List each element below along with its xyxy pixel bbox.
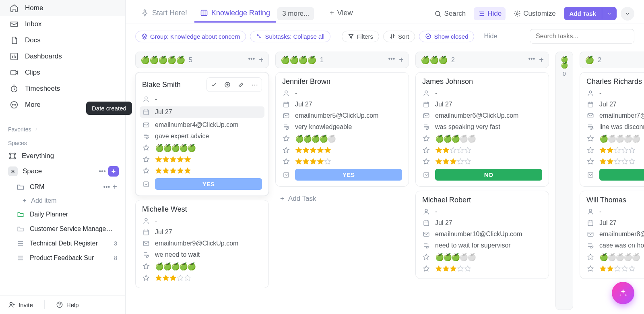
sidebar-list[interactable]: Product Feedback Sur8 bbox=[0, 251, 125, 265]
assignee-row[interactable]: - bbox=[422, 208, 542, 216]
plus-icon[interactable]: + bbox=[539, 55, 544, 64]
task-card[interactable]: Will Thomas - Jul 27 emailnumber8@Clic c… bbox=[580, 191, 644, 279]
task-card[interactable]: James Johnson - Jul 27 emailnumber6@Clic… bbox=[415, 72, 549, 187]
apple-rating-row[interactable]: 🍏🍏🍏🍏🍏 bbox=[142, 262, 262, 271]
help-button[interactable]: Help bbox=[56, 301, 79, 308]
note-row[interactable]: was speaking very fast bbox=[422, 123, 542, 131]
verdict-row[interactable]: YES bbox=[282, 169, 402, 181]
sidebar-list[interactable]: Technical Debt Register3 bbox=[0, 236, 125, 251]
email-row[interactable]: emailnumber5@ClickUp.com bbox=[282, 112, 402, 120]
favorites-section[interactable]: Favorites bbox=[0, 121, 125, 135]
email-row[interactable]: emailnumber6@ClickUp.com bbox=[422, 112, 542, 120]
search-button[interactable]: Search bbox=[430, 7, 470, 20]
note-row[interactable]: line was disconnecte bbox=[586, 123, 644, 131]
stars-row-2[interactable] bbox=[422, 158, 542, 166]
plus-icon[interactable]: + bbox=[399, 55, 404, 64]
date-row[interactable]: Jul 27 bbox=[586, 100, 644, 108]
email-row[interactable]: emailnumber8@Clic bbox=[586, 230, 644, 238]
assignee-row[interactable]: - bbox=[142, 217, 262, 225]
column-header[interactable]: 🍏🍏🍏 2 •••+ bbox=[415, 52, 549, 68]
group-pill[interactable]: Group: Knowledge about concern bbox=[135, 31, 246, 42]
verdict-row[interactable]: NO bbox=[422, 169, 542, 181]
search-tasks-input[interactable] bbox=[530, 29, 634, 44]
stars-row-1[interactable] bbox=[142, 156, 262, 164]
email-row[interactable]: emailnumber10@ClickUp.com bbox=[422, 230, 542, 238]
apple-rating-row[interactable]: 🍏🍏🍏🍏🍏 bbox=[422, 134, 542, 143]
add-task-column-button[interactable]: +Add Task bbox=[275, 191, 409, 207]
ai-assist-button[interactable] bbox=[612, 282, 634, 304]
stars-row-1[interactable] bbox=[586, 265, 644, 273]
column-header[interactable]: 🍏 2 •••+ bbox=[580, 52, 644, 68]
more-icon[interactable]: ••• bbox=[248, 55, 255, 64]
apple-rating-row[interactable]: 🍏🍏🍏🍏🍏 bbox=[586, 253, 644, 262]
edit-icon[interactable] bbox=[235, 79, 247, 91]
add-task-button[interactable]: Add Task bbox=[564, 7, 617, 20]
nav-clips[interactable]: Clips bbox=[0, 64, 125, 81]
add-space-button[interactable]: + bbox=[108, 166, 119, 177]
verdict-row[interactable]: YES bbox=[142, 178, 262, 190]
nav-docs[interactable]: Docs bbox=[0, 32, 125, 48]
nav-home[interactable]: Home bbox=[0, 0, 125, 16]
more-icon[interactable]: ••• bbox=[528, 55, 535, 64]
stars-row-1[interactable] bbox=[422, 265, 542, 273]
stars-row-2[interactable] bbox=[586, 158, 644, 166]
column-header[interactable]: 🍏🍏🍏🍏🍏 5 •••+ bbox=[135, 52, 269, 68]
space-everything[interactable]: Everything bbox=[0, 149, 125, 163]
more-icon[interactable]: ••• bbox=[99, 167, 106, 175]
column-collapsed[interactable]: 🍏🍏0 bbox=[555, 52, 573, 310]
date-row[interactable]: Jul 27 bbox=[586, 219, 644, 227]
note-row[interactable]: need to wait for supervisor bbox=[422, 241, 542, 250]
hide-button[interactable]: Hide bbox=[474, 7, 506, 20]
task-card[interactable]: Michelle West - Jul 27 emailnumber9@Clic… bbox=[135, 200, 269, 288]
nav-dashboards[interactable]: Dashboards bbox=[0, 48, 125, 64]
add-icon[interactable] bbox=[221, 79, 233, 91]
stars-row-2[interactable] bbox=[142, 167, 262, 175]
verdict-row[interactable]: NO bbox=[586, 169, 644, 181]
assignee-row[interactable]: - bbox=[586, 89, 644, 97]
note-row[interactable]: we need to wait bbox=[142, 251, 262, 259]
plus-icon[interactable]: + bbox=[259, 55, 264, 64]
nav-inbox[interactable]: Inbox bbox=[0, 16, 125, 32]
assignee-row[interactable]: - bbox=[282, 89, 402, 97]
note-row[interactable]: gave expert advice bbox=[142, 132, 262, 140]
more-icon[interactable]: ••• bbox=[388, 55, 395, 64]
invite-button[interactable]: Invite bbox=[8, 301, 33, 308]
tab-start-here[interactable]: Start Here! bbox=[135, 5, 193, 23]
tab-more[interactable]: 3 more... bbox=[277, 7, 314, 20]
apple-rating-row[interactable]: 🍏🍏🍏🍏🍏 bbox=[422, 253, 542, 262]
space-item[interactable]: S Space ••• + bbox=[0, 163, 125, 179]
folder-crm[interactable]: CRM ••• + bbox=[0, 179, 125, 194]
date-row[interactable]: Jul 27 bbox=[282, 100, 402, 108]
task-card[interactable]: Jennifer Brown - Jul 27 emailnumber5@Cli… bbox=[275, 72, 409, 187]
column-header[interactable]: 🍏🍏🍏🍏 1 •••+ bbox=[275, 52, 409, 68]
board[interactable]: 🍏🍏🍏🍏🍏 5 •••+ Blake Smith ⋯ - Jul 27 emai… bbox=[126, 48, 644, 314]
subtasks-pill[interactable]: Subtasks: Collapse all bbox=[250, 31, 330, 42]
hide-filters-button[interactable]: Hide bbox=[478, 31, 503, 42]
filters-pill[interactable]: Filters bbox=[342, 31, 379, 42]
date-row[interactable]: Jul 27 bbox=[422, 100, 542, 108]
date-row[interactable]: Jul 27 bbox=[142, 228, 262, 236]
apple-rating-row[interactable]: 🍏🍏🍏🍏🍏 bbox=[142, 143, 262, 152]
add-view-button[interactable]: +View bbox=[324, 5, 358, 23]
nav-timesheets[interactable]: Timesheets bbox=[0, 81, 125, 97]
show-closed-pill[interactable]: Show closed bbox=[419, 31, 474, 42]
sidebar-list[interactable]: Customer Service Manage… bbox=[0, 222, 125, 236]
stars-row-1[interactable] bbox=[422, 146, 542, 154]
assignee-row[interactable]: - bbox=[422, 89, 542, 97]
apple-rating-row[interactable]: 🍏🍏🍏🍏🍏 bbox=[586, 134, 644, 143]
stars-row-1[interactable] bbox=[282, 146, 402, 154]
plus-icon[interactable]: + bbox=[112, 182, 117, 191]
complete-icon[interactable] bbox=[208, 79, 220, 91]
add-item[interactable]: + Add item bbox=[0, 194, 125, 207]
more-icon[interactable]: ⋯ bbox=[249, 79, 261, 91]
note-row[interactable]: very knowledgeable bbox=[282, 123, 402, 131]
stars-row-1[interactable] bbox=[586, 146, 644, 154]
assignee-row[interactable]: - bbox=[142, 95, 262, 103]
chevron-down-icon[interactable] bbox=[602, 8, 617, 19]
more-icon[interactable]: ••• bbox=[103, 183, 110, 191]
date-row[interactable]: Jul 27 bbox=[140, 106, 264, 118]
customize-button[interactable]: Customize bbox=[510, 7, 559, 20]
note-row[interactable]: case was on hold bbox=[586, 241, 644, 250]
task-card[interactable]: Blake Smith ⋯ - Jul 27 emailnumber4@Clic… bbox=[135, 72, 269, 196]
assignee-row[interactable]: - bbox=[586, 208, 644, 216]
